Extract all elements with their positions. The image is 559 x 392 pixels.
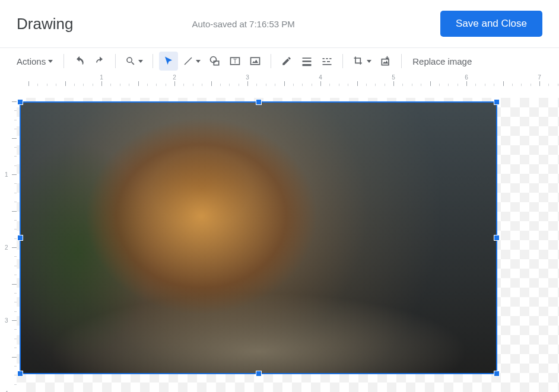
- replace-image-label: Replace image: [412, 56, 472, 66]
- resize-handle-ne[interactable]: [494, 99, 500, 105]
- reset-image-button[interactable]: [376, 52, 395, 71]
- zoom-button[interactable]: [122, 52, 147, 71]
- svg-rect-11: [323, 61, 326, 62]
- line-icon: [183, 56, 193, 66]
- autosave-status: Auto-saved at 7:16:53 PM: [192, 19, 294, 29]
- chevron-down-icon: [48, 60, 53, 63]
- separator: [401, 54, 402, 68]
- svg-rect-1: [214, 61, 219, 65]
- resize-handle-sw[interactable]: [17, 371, 23, 377]
- horizontal-ruler: 1234567: [17, 74, 559, 86]
- svg-rect-14: [382, 59, 389, 65]
- svg-rect-5: [303, 58, 312, 59]
- redo-button[interactable]: [90, 52, 109, 71]
- dialog-header: Drawing Auto-saved at 7:16:53 PM Save an…: [0, 0, 559, 48]
- selected-image[interactable]: [20, 101, 497, 374]
- svg-rect-7: [303, 64, 312, 66]
- svg-rect-8: [323, 58, 325, 59]
- resize-handle-n[interactable]: [256, 99, 262, 105]
- shape-icon: [209, 55, 221, 67]
- undo-icon: [74, 55, 85, 67]
- crop-button[interactable]: [349, 52, 375, 71]
- resize-handle-e[interactable]: [494, 235, 500, 241]
- undo-button[interactable]: [70, 52, 89, 71]
- border-weight-button[interactable]: [297, 52, 316, 71]
- separator: [342, 54, 343, 68]
- resize-handle-nw[interactable]: [17, 99, 23, 105]
- border-dash-icon: [321, 55, 333, 67]
- pen-icon: [281, 56, 292, 66]
- svg-rect-13: [323, 64, 332, 65]
- vertical-ruler: 1234: [5, 98, 17, 392]
- lion-photo: [21, 103, 496, 373]
- dialog-title: Drawing: [17, 15, 73, 33]
- zoom-icon: [125, 56, 136, 66]
- svg-rect-10: [329, 58, 331, 59]
- insert-image-button[interactable]: [246, 52, 265, 71]
- svg-text:T: T: [233, 58, 237, 65]
- separator: [115, 54, 116, 68]
- resize-handle-w[interactable]: [17, 235, 23, 241]
- resize-handle-se[interactable]: [494, 371, 500, 377]
- svg-rect-6: [303, 60, 312, 62]
- chevron-down-icon: [367, 60, 371, 63]
- chevron-down-icon: [138, 60, 143, 63]
- cursor-icon: [163, 56, 174, 66]
- redo-icon: [94, 55, 106, 67]
- image-icon: [249, 55, 261, 67]
- resize-handle-s[interactable]: [256, 371, 262, 377]
- svg-rect-12: [327, 61, 330, 62]
- crop-icon: [352, 55, 364, 67]
- actions-menu[interactable]: Actions: [12, 52, 58, 71]
- chevron-down-icon: [196, 60, 201, 63]
- separator: [153, 54, 153, 68]
- separator: [271, 54, 271, 68]
- drawing-canvas[interactable]: [17, 98, 559, 392]
- svg-rect-4: [251, 58, 260, 65]
- select-tool-button[interactable]: [159, 52, 178, 71]
- textbox-tool-button[interactable]: T: [225, 52, 244, 71]
- textbox-icon: T: [229, 55, 241, 67]
- shape-tool-button[interactable]: [205, 52, 224, 71]
- toolbar: Actions T: [0, 48, 559, 74]
- border-color-button[interactable]: [277, 52, 296, 71]
- border-weight-icon: [301, 55, 313, 67]
- save-and-close-button[interactable]: Save and Close: [440, 11, 542, 37]
- line-tool-button[interactable]: [179, 52, 204, 71]
- reset-image-icon: [380, 55, 392, 67]
- actions-menu-label: Actions: [17, 56, 46, 66]
- svg-rect-9: [326, 58, 328, 59]
- border-dash-button[interactable]: [317, 52, 336, 71]
- separator: [63, 54, 64, 68]
- replace-image-button[interactable]: Replace image: [408, 52, 477, 71]
